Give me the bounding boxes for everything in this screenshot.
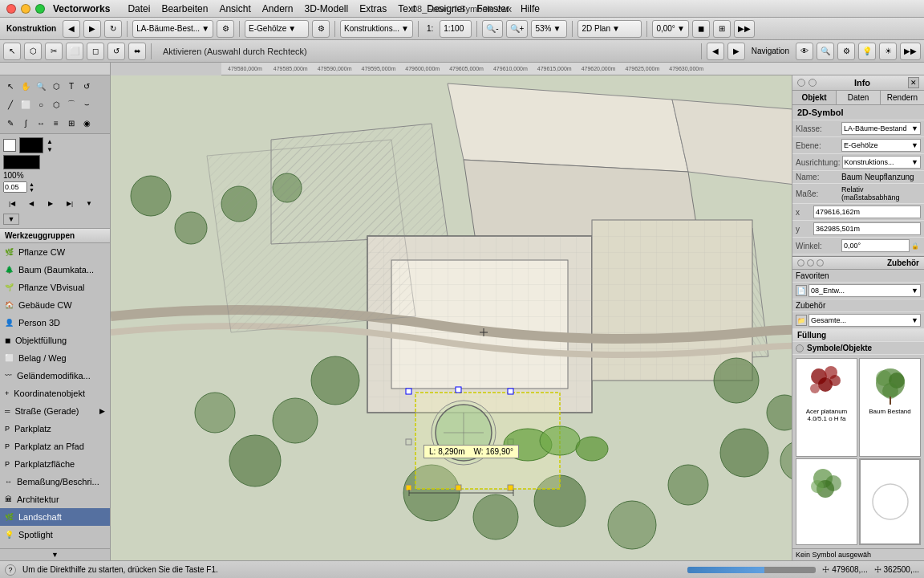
play-prev[interactable]: ◀ xyxy=(22,194,40,212)
symbol-baum-bestand[interactable]: Baum Bestand xyxy=(859,358,921,457)
sidebar-item-bemass[interactable]: ↔ Bemaßung/Beschri... xyxy=(0,473,110,490)
zub-dropdown[interactable]: Gesamte...▼ xyxy=(808,314,921,327)
zub-icon[interactable]: 📁 xyxy=(796,315,807,326)
werkzeuggruppen-header[interactable]: Werkzeuggruppen xyxy=(0,229,110,243)
render-btn[interactable]: ⚙ xyxy=(837,43,855,60)
winkel-input[interactable]: 0,00° xyxy=(841,239,910,252)
sidebar-item-baum[interactable]: 🌲 Baum (Baumkata... xyxy=(0,261,110,279)
lense-btn[interactable]: 🔍 xyxy=(817,43,834,60)
rotate2-tool[interactable]: ↺ xyxy=(78,77,95,95)
close-button[interactable] xyxy=(6,4,16,14)
fill-color[interactable] xyxy=(19,137,43,153)
sidebar-item-koordinate[interactable]: + Koordinatenobjekt xyxy=(0,385,110,402)
symbol-green-small[interactable] xyxy=(796,458,857,545)
sidebar-item-parkplatz[interactable]: P Parkplatz xyxy=(0,420,110,438)
fav-icon[interactable]: 📄 xyxy=(796,285,807,296)
sidebar-item-belag[interactable]: ⬜ Belag / Weg xyxy=(0,349,110,367)
menu-3d[interactable]: 3D-Modell xyxy=(305,3,349,14)
menu-datei[interactable]: Datei xyxy=(128,3,150,14)
fillet-tool[interactable]: ⌣ xyxy=(78,96,95,113)
sidebar-item-pflanze-vb[interactable]: 🌱 Pflanze VBvisual xyxy=(0,279,110,296)
mirror-tool[interactable]: ⬌ xyxy=(128,43,146,60)
y-input[interactable]: 362985,501m xyxy=(813,222,921,235)
tab-daten[interactable]: Daten xyxy=(837,91,881,104)
zoom-dropdown[interactable]: 53%▼ xyxy=(531,20,567,38)
back-button[interactable]: ◀ xyxy=(63,20,80,38)
play-start[interactable]: |◀ xyxy=(3,194,21,212)
fav-dropdown[interactable]: 08_Entw...▼ xyxy=(808,284,921,297)
tab-objekt[interactable]: Objekt xyxy=(792,91,837,104)
ausricht-dropdown[interactable]: Konstruktions...▼ xyxy=(842,156,921,169)
symbol-arrow[interactable]: ▼ xyxy=(3,214,107,225)
3d-tool[interactable]: ◻ xyxy=(87,43,104,60)
menu-hilfe[interactable]: Hilfe xyxy=(521,3,540,14)
menu-andern[interactable]: Andern xyxy=(262,3,294,14)
2d-tool[interactable]: ⬜ xyxy=(66,43,83,60)
rotate-tool[interactable]: ↺ xyxy=(107,43,125,60)
minimize-button[interactable] xyxy=(21,4,30,14)
menu-extras[interactable]: Extras xyxy=(359,3,387,14)
symbol-acer[interactable]: Acer platanum 4.0/5.1 o H fa xyxy=(796,358,857,457)
scale-dropdown[interactable]: 1:100 xyxy=(440,20,472,38)
sidebar-item-architektur[interactable]: 🏛 Architektur xyxy=(0,490,110,508)
view-dropdown[interactable]: Konstruktions...▼ xyxy=(340,20,413,38)
maximize-button[interactable] xyxy=(35,4,45,14)
class-options[interactable]: ⚙ xyxy=(312,20,330,38)
nav-prev[interactable]: ◀ xyxy=(707,43,724,60)
lineweight-input[interactable] xyxy=(3,181,27,193)
symbol-kein[interactable] xyxy=(859,458,921,545)
ebene-dropdown[interactable]: E-Gehölze▼ xyxy=(841,139,921,152)
view-options[interactable]: ⊞ xyxy=(713,20,731,38)
3d-view-btn[interactable]: 👁 xyxy=(796,43,813,60)
x-input[interactable]: 479616,162m xyxy=(813,206,921,218)
forward-button[interactable]: ▶ xyxy=(83,20,101,38)
sidebar-item-parkplatzflache[interactable]: P Parkplatzfläche xyxy=(0,455,110,473)
klasse-dropdown[interactable]: LA-Bäume-Bestand▼ xyxy=(841,122,921,135)
color-down[interactable]: ▼ xyxy=(47,146,53,153)
view-3d-dropdown[interactable]: 2D Plan▼ xyxy=(578,20,642,38)
menu-bearbeiten[interactable]: Bearbeiten xyxy=(161,3,208,14)
more-options[interactable]: ▶▶ xyxy=(734,20,755,38)
play-next[interactable]: ▶ xyxy=(42,194,59,212)
canvas-area[interactable]: L: 8,290m W: 169,90° xyxy=(111,75,792,560)
zoom-out[interactable]: 🔍- xyxy=(482,20,502,38)
clip-tool[interactable]: ✂ xyxy=(45,43,63,60)
sidebar-item-spotlight[interactable]: 💡 Spotlight xyxy=(0,526,110,543)
play-end[interactable]: ▶| xyxy=(61,194,79,212)
sidebar-expand[interactable]: ▼ xyxy=(0,548,110,560)
tab-rendern[interactable]: Rendern xyxy=(881,91,924,104)
more-btn2[interactable]: ▶▶ xyxy=(900,43,921,60)
reshape-tool[interactable]: ⬡ xyxy=(24,43,42,60)
winkel-lock[interactable]: 🔒 xyxy=(911,242,921,250)
sidebar-item-pflanze-cw[interactable]: 🌿 Pflanze CW xyxy=(0,243,110,261)
sidebar-item-landschaft[interactable]: 🌿 Landschaft xyxy=(0,508,110,526)
sym-dropdown[interactable]: ▼ xyxy=(3,214,19,225)
brightness-btn[interactable]: ☀ xyxy=(879,43,897,60)
play-menu[interactable]: ▼ xyxy=(80,194,98,212)
sidebar-item-gebaude[interactable]: 🏠 Gebäude CW xyxy=(0,296,110,314)
rotation-dropdown[interactable]: 0,00°▼ xyxy=(652,20,688,38)
render2-tool[interactable]: ◉ xyxy=(78,114,95,132)
lw-down[interactable]: ▼ xyxy=(29,187,34,193)
status-circle[interactable]: ? xyxy=(5,564,16,576)
class-dropdown[interactable]: E-Gehölze▼ xyxy=(245,20,309,38)
refresh-button[interactable]: ↻ xyxy=(104,20,122,38)
lw-up[interactable]: ▲ xyxy=(29,181,34,187)
stroke-color[interactable] xyxy=(3,139,16,152)
sidebar-item-parkplatz-pfad[interactable]: P Parkplatz an Pfad xyxy=(0,438,110,455)
select-tool[interactable]: ↖ xyxy=(3,43,21,60)
menu-ansicht[interactable]: Ansicht xyxy=(219,3,250,14)
light-btn[interactable]: 💡 xyxy=(858,43,876,60)
sidebar-item-strasse[interactable]: ═ Straße (Gerade) ▶ xyxy=(0,402,110,420)
info-close-btn[interactable]: ✕ xyxy=(908,77,919,88)
layer-dropdown[interactable]: LA-Bäume-Best...▼ xyxy=(132,20,213,38)
fill-black[interactable] xyxy=(3,155,40,169)
sidebar-item-person[interactable]: 👤 Person 3D xyxy=(0,314,110,332)
color-up[interactable]: ▲ xyxy=(47,138,53,145)
sidebar-item-objektfullung[interactable]: ◼ Objektfüllung xyxy=(0,332,110,349)
render-options[interactable]: ◼ xyxy=(692,20,710,38)
layer-options[interactable]: ⚙ xyxy=(217,20,234,38)
sidebar-item-geland[interactable]: 〰 Geländemodifika... xyxy=(0,367,110,385)
zoom-in[interactable]: 🔍+ xyxy=(506,20,529,38)
nav-next[interactable]: ▶ xyxy=(727,43,745,60)
